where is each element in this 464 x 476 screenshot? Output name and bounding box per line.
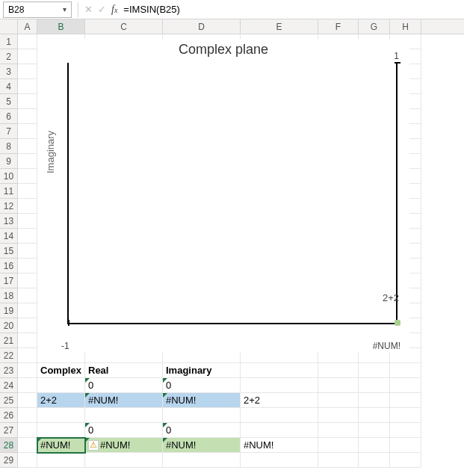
cancel-icon: ✕ <box>81 4 95 15</box>
row-header[interactable]: 21 <box>0 333 18 348</box>
row-header[interactable]: 17 <box>0 273 18 288</box>
separator <box>78 2 78 17</box>
col-header-f[interactable]: F <box>318 19 359 34</box>
name-box[interactable]: B28 ▾ <box>3 1 72 18</box>
fx-icon[interactable]: fx <box>108 4 120 16</box>
chevron-down-icon[interactable]: ▾ <box>63 5 66 13</box>
row-header[interactable]: 22 <box>0 348 18 363</box>
row-header[interactable]: 2 <box>0 49 18 64</box>
row-header[interactable]: 13 <box>0 214 18 229</box>
row-header[interactable]: 20 <box>0 318 18 333</box>
cell[interactable]: 0 <box>85 423 163 438</box>
cell[interactable] <box>37 423 85 438</box>
name-box-value: B28 <box>8 4 24 15</box>
col-header-b[interactable]: B <box>37 19 85 34</box>
cell-header-real[interactable]: Real <box>85 363 163 378</box>
row-header[interactable]: 10 <box>0 169 18 184</box>
axis-cap <box>395 62 400 64</box>
cell-header-complex[interactable]: Complex <box>37 363 85 378</box>
chart-right-axis <box>396 63 398 323</box>
cell[interactable]: #NUM! <box>163 438 241 453</box>
row-header[interactable]: 7 <box>0 124 18 139</box>
chart-data-marker <box>395 320 400 326</box>
cell[interactable] <box>37 378 85 393</box>
chart-y-axis-label: Imaginary <box>45 131 56 173</box>
axis-cap <box>69 63 75 64</box>
chart-plot-area: 1 2+2 <box>67 63 398 324</box>
spreadsheet-grid[interactable]: A B C D E F G H Complex plane Imaginary … <box>0 19 464 468</box>
cell[interactable]: #NUM! <box>163 393 241 408</box>
cell[interactable]: ⚠ #NUM! <box>85 438 163 453</box>
row-header[interactable]: 19 <box>0 303 18 318</box>
cell-header-imaginary[interactable]: Imaginary <box>163 363 241 378</box>
col-header-c[interactable]: C <box>85 19 163 34</box>
row-header[interactable]: 3 <box>0 64 18 79</box>
active-cell[interactable]: #NUM! <box>37 438 85 453</box>
row-header[interactable]: 9 <box>0 154 18 169</box>
row-header[interactable]: 5 <box>0 94 18 109</box>
select-all-corner[interactable] <box>0 19 18 34</box>
chart-x-tick-right: #NUM! <box>373 341 400 351</box>
row-header[interactable]: 27 <box>0 423 18 438</box>
cell[interactable]: 0 <box>163 423 241 438</box>
row-header[interactable]: 24 <box>0 378 18 393</box>
chart-data-label: 2+2 <box>383 292 399 303</box>
row-header[interactable]: 1 <box>0 34 18 49</box>
col-header-g[interactable]: G <box>359 19 390 34</box>
cell[interactable]: 2+2 <box>241 393 318 408</box>
cell[interactable]: 0 <box>163 378 241 393</box>
enter-check-icon: ✓ <box>95 4 108 15</box>
row-header[interactable]: 8 <box>0 139 18 154</box>
row-header[interactable]: 6 <box>0 109 18 124</box>
row-header[interactable]: 26 <box>0 408 18 423</box>
formula-input[interactable] <box>120 4 464 15</box>
row-header[interactable]: 12 <box>0 199 18 214</box>
row-header[interactable]: 14 <box>0 229 18 244</box>
row-header[interactable]: 29 <box>0 453 18 468</box>
cell[interactable] <box>18 363 37 378</box>
warning-icon[interactable]: ⚠ <box>88 440 99 451</box>
row-header[interactable]: 16 <box>0 259 18 273</box>
col-header-a[interactable]: A <box>18 19 37 34</box>
row-header[interactable]: 11 <box>0 184 18 199</box>
cell[interactable] <box>18 34 37 49</box>
chart-complex-plane[interactable]: Complex plane Imaginary 1 2+2 -1 #NUM! <box>37 39 409 353</box>
row-header[interactable]: 18 <box>0 288 18 303</box>
row-header[interactable]: 23 <box>0 363 18 378</box>
cell[interactable]: #NUM! <box>85 393 163 408</box>
cell-value: #NUM! <box>100 439 130 451</box>
cell[interactable]: 2+2 <box>37 393 85 408</box>
col-header-h[interactable]: H <box>390 19 421 34</box>
row-header[interactable]: 15 <box>0 244 18 259</box>
formula-bar: B28 ▾ ✕ ✓ fx <box>0 0 464 19</box>
chart-x-tick-left: -1 <box>61 341 69 351</box>
row-header[interactable]: 4 <box>0 79 18 94</box>
row-header[interactable]: 28 <box>0 438 18 453</box>
cell[interactable]: #NUM! <box>241 438 318 453</box>
col-header-d[interactable]: D <box>163 19 241 34</box>
row-header[interactable]: 25 <box>0 393 18 408</box>
cell[interactable]: 0 <box>85 378 163 393</box>
axis-cap <box>68 320 69 326</box>
column-headers: A B C D E F G H <box>0 19 464 34</box>
col-header-e[interactable]: E <box>241 19 318 34</box>
chart-y-tick: 1 <box>394 51 399 61</box>
chart-title: Complex plane <box>37 39 409 58</box>
